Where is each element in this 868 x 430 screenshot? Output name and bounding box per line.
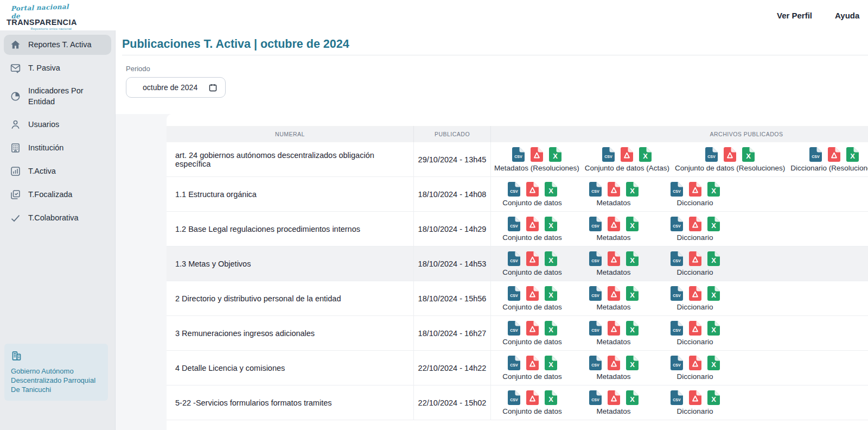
sidebar-item-usuarios[interactable]: Usuarios xyxy=(4,115,111,135)
xls-file-icon[interactable]: X xyxy=(742,147,755,162)
header-nav: Ver Perfil Ayuda xyxy=(777,0,859,30)
xls-file-icon[interactable]: X xyxy=(707,390,720,405)
xls-file-icon[interactable]: X xyxy=(626,356,639,370)
csv-file-icon[interactable]: CSV xyxy=(508,321,520,336)
file-group-caption: Metadatos xyxy=(596,303,630,311)
xls-file-icon[interactable]: X xyxy=(545,356,557,370)
xls-file-icon[interactable]: X xyxy=(626,251,639,266)
pdf-file-icon[interactable] xyxy=(608,182,620,197)
csv-file-icon[interactable]: CSV xyxy=(589,217,602,231)
pdf-file-icon[interactable] xyxy=(526,217,539,231)
pdf-file-icon[interactable] xyxy=(621,147,633,162)
xls-file-icon[interactable]: X xyxy=(707,217,720,231)
svg-text:CSV: CSV xyxy=(510,363,518,366)
xls-file-icon[interactable]: X xyxy=(626,390,639,405)
pdf-file-icon[interactable] xyxy=(608,251,620,266)
xls-file-icon[interactable]: X xyxy=(545,286,557,301)
pdf-file-icon[interactable] xyxy=(526,356,539,370)
xls-file-icon[interactable]: X xyxy=(707,356,720,370)
csv-file-icon[interactable]: CSV xyxy=(671,217,683,231)
csv-file-icon[interactable]: CSV xyxy=(508,182,520,197)
pdf-file-icon[interactable] xyxy=(724,147,736,162)
sidebar-item-t-focalizada[interactable]: T.Focalizada xyxy=(4,185,111,205)
csv-file-icon[interactable]: CSV xyxy=(589,356,602,370)
xls-file-icon[interactable]: X xyxy=(545,217,557,231)
pdf-file-icon[interactable] xyxy=(689,390,701,405)
xls-file-icon[interactable]: X xyxy=(545,390,557,405)
pie-chart-icon xyxy=(10,91,21,102)
ver-perfil-link[interactable]: Ver Perfil xyxy=(777,11,812,20)
csv-file-icon[interactable]: CSV xyxy=(589,286,602,301)
pdf-file-icon[interactable] xyxy=(608,390,620,405)
sidebar-item-label: Usuarios xyxy=(28,119,59,130)
xls-file-icon[interactable]: X xyxy=(707,286,720,301)
calendar-icon[interactable] xyxy=(208,83,218,92)
pdf-file-icon[interactable] xyxy=(526,286,539,301)
pdf-file-icon[interactable] xyxy=(689,356,701,370)
file-group-caption: Diccionario xyxy=(677,407,713,415)
xls-file-icon[interactable]: X xyxy=(707,251,720,266)
pdf-file-icon[interactable] xyxy=(608,217,620,231)
xls-file-icon[interactable]: X xyxy=(846,147,859,162)
csv-file-icon[interactable]: CSV xyxy=(671,356,683,370)
csv-file-icon[interactable]: CSV xyxy=(512,147,525,162)
pdf-file-icon[interactable] xyxy=(689,182,701,197)
csv-file-icon[interactable]: CSV xyxy=(589,321,602,336)
pdf-file-icon[interactable] xyxy=(689,286,701,301)
publicado-cell: 18/10/2024 - 14h29 xyxy=(414,212,491,246)
svg-text:X: X xyxy=(711,361,716,369)
period-input[interactable]: octubre de 2024 xyxy=(126,77,226,98)
pdf-file-icon[interactable] xyxy=(526,251,539,266)
sidebar-item-t-activa[interactable]: T.Activa xyxy=(4,161,111,181)
sidebar-item-institucion[interactable]: Institución xyxy=(4,138,111,158)
csv-file-icon[interactable]: CSV xyxy=(671,390,683,405)
xls-file-icon[interactable]: X xyxy=(707,182,720,197)
pdf-file-icon[interactable] xyxy=(608,321,620,336)
xls-file-icon[interactable]: X xyxy=(545,321,557,336)
pdf-file-icon[interactable] xyxy=(526,182,539,197)
xls-file-icon[interactable]: X xyxy=(545,182,557,197)
pdf-file-icon[interactable] xyxy=(689,251,701,266)
csv-file-icon[interactable]: CSV xyxy=(589,251,602,266)
xls-file-icon[interactable]: X xyxy=(626,286,639,301)
csv-file-icon[interactable]: CSV xyxy=(809,147,822,162)
xls-file-icon[interactable]: X xyxy=(639,147,652,162)
csv-file-icon[interactable]: CSV xyxy=(705,147,718,162)
xls-file-icon[interactable]: X xyxy=(626,182,639,197)
csv-file-icon[interactable]: CSV xyxy=(508,356,520,370)
pdf-file-icon[interactable] xyxy=(828,147,840,162)
csv-file-icon[interactable]: CSV xyxy=(508,390,520,405)
sidebar-item-t-colaborativa[interactable]: T.Colaborativa xyxy=(4,208,111,228)
sidebar-item-reportes-t-activa[interactable]: Reportes T. Activa xyxy=(4,35,111,55)
pdf-file-icon[interactable] xyxy=(689,321,701,336)
csv-file-icon[interactable]: CSV xyxy=(508,217,520,231)
pdf-file-icon[interactable] xyxy=(689,217,701,231)
xls-file-icon[interactable]: X xyxy=(626,217,639,231)
csv-file-icon[interactable]: CSV xyxy=(602,147,615,162)
table-row: 1.2 Base Legal regulaciones procedimient… xyxy=(167,212,868,246)
csv-file-icon[interactable]: CSV xyxy=(671,182,683,197)
table-row: 3 Remuneraciones ingresos adicionales18/… xyxy=(167,316,868,351)
sidebar-item-indicadores-por-entidad[interactable]: Indicadores Por Entidad xyxy=(4,81,111,111)
csv-file-icon[interactable]: CSV xyxy=(508,251,520,266)
csv-file-icon[interactable]: CSV xyxy=(589,182,602,197)
xls-file-icon[interactable]: X xyxy=(707,321,720,336)
xls-file-icon[interactable]: X xyxy=(549,147,561,162)
csv-file-icon[interactable]: CSV xyxy=(508,286,520,301)
pdf-file-icon[interactable] xyxy=(526,321,539,336)
csv-file-icon[interactable]: CSV xyxy=(671,321,683,336)
csv-file-icon[interactable]: CSV xyxy=(671,251,683,266)
pdf-file-icon[interactable] xyxy=(526,390,539,405)
file-group-caption: Metadatos (Resoluciones) xyxy=(494,164,579,172)
sidebar-item-t-pasiva[interactable]: T. Pasiva xyxy=(4,58,111,78)
file-group-diccionario: CSVXDiccionario xyxy=(657,356,733,381)
ayuda-link[interactable]: Ayuda xyxy=(835,11,859,20)
csv-file-icon[interactable]: CSV xyxy=(671,286,683,301)
csv-file-icon[interactable]: CSV xyxy=(589,390,602,405)
pdf-file-icon[interactable] xyxy=(608,356,620,370)
xls-file-icon[interactable]: X xyxy=(626,321,639,336)
pdf-file-icon[interactable] xyxy=(531,147,543,162)
pdf-file-icon[interactable] xyxy=(608,286,620,301)
xls-file-icon[interactable]: X xyxy=(545,251,557,266)
file-icons: CSVX xyxy=(602,147,652,162)
